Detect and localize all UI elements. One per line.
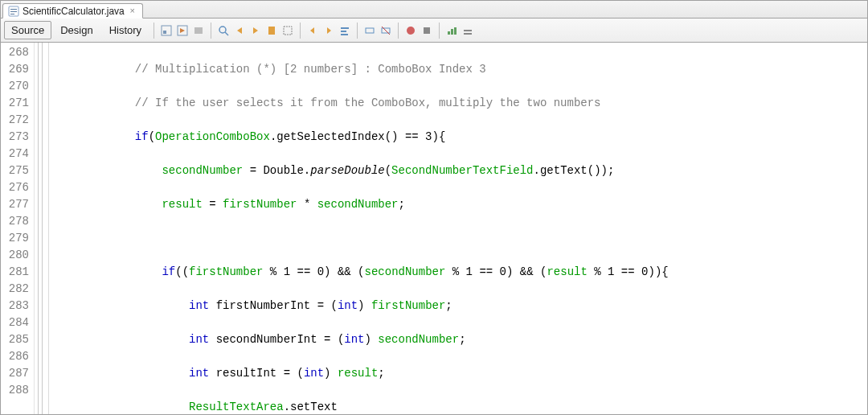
svg-rect-25: [448, 31, 450, 35]
close-tab-icon[interactable]: ×: [128, 6, 137, 16]
java-file-icon: [8, 6, 19, 17]
toolbar-separator: [211, 23, 211, 39]
code-editor[interactable]: 268 269 270 271 272 273 274 275 276 277 …: [1, 43, 867, 414]
editor-toolbar: Source Design History: [1, 18, 867, 43]
svg-rect-5: [163, 31, 166, 34]
svg-marker-12: [253, 27, 258, 34]
next-bookmark-icon[interactable]: [248, 23, 263, 38]
shift-right-icon[interactable]: [321, 23, 336, 38]
toggle-bookmark-icon[interactable]: [264, 23, 279, 38]
line-number: 271: [1, 95, 29, 112]
line-number: 277: [1, 196, 29, 213]
svg-line-10: [225, 32, 228, 35]
svg-marker-11: [237, 27, 242, 34]
design-view-button[interactable]: Design: [53, 21, 100, 39]
uncomment-icon[interactable]: [379, 23, 393, 38]
line-number: 285: [1, 331, 29, 348]
prev-bookmark-icon[interactable]: [232, 23, 247, 38]
line-number: 283: [1, 298, 29, 314]
svg-rect-18: [341, 31, 346, 32]
toolbar-separator: [154, 23, 154, 39]
toolbar-icon-3[interactable]: [191, 23, 206, 38]
svg-rect-24: [424, 27, 430, 34]
toolbar-icon-2[interactable]: [175, 23, 190, 38]
line-number: 273: [1, 129, 29, 146]
line-number: 274: [1, 146, 29, 162]
svg-rect-28: [464, 33, 472, 35]
file-tab[interactable]: ScientificCalculator.java ×: [2, 3, 143, 18]
svg-rect-1: [10, 9, 17, 10]
toolbar-icon-1[interactable]: [159, 23, 174, 38]
line-number: 288: [1, 382, 29, 399]
line-number: 275: [1, 162, 29, 179]
line-number-gutter: 268 269 270 271 272 273 274 275 276 277 …: [1, 43, 35, 414]
file-tab-label: ScientificCalculator.java: [23, 6, 125, 17]
line-number: 276: [1, 179, 29, 196]
svg-marker-15: [310, 27, 314, 34]
svg-rect-26: [451, 29, 453, 35]
line-number: 282: [1, 281, 29, 298]
svg-rect-20: [366, 28, 374, 33]
svg-rect-17: [341, 27, 349, 29]
svg-rect-14: [284, 27, 292, 35]
svg-marker-7: [180, 28, 185, 33]
line-number: 268: [1, 44, 29, 61]
svg-marker-16: [327, 27, 331, 34]
stop-macro-icon[interactable]: [403, 23, 418, 38]
svg-rect-29: [464, 30, 472, 31]
line-number: 269: [1, 61, 29, 78]
fold-strip[interactable]: [35, 43, 49, 414]
line-number: 281: [1, 264, 29, 281]
line-number: 280: [1, 247, 29, 264]
line-number: 272: [1, 112, 29, 129]
svg-rect-13: [268, 27, 275, 35]
editor-tab-bar: ScientificCalculator.java ×: [1, 1, 867, 18]
source-view-button[interactable]: Source: [4, 21, 51, 39]
line-number: 284: [1, 314, 29, 331]
toolbar-extra-1-icon[interactable]: [444, 23, 459, 38]
svg-rect-2: [10, 11, 17, 12]
toolbar-extra-2-icon[interactable]: [461, 23, 475, 38]
line-number: 279: [1, 230, 29, 247]
history-view-button[interactable]: History: [102, 21, 149, 39]
line-number: 270: [1, 78, 29, 95]
selection-icon[interactable]: [280, 23, 295, 38]
record-macro-icon[interactable]: [420, 23, 434, 38]
comment-icon[interactable]: [362, 23, 377, 38]
shift-left-icon[interactable]: [305, 23, 320, 38]
svg-rect-8: [194, 27, 203, 34]
format-icon[interactable]: [338, 23, 352, 38]
code-area[interactable]: // Multiplication (*) [2 numbers] : Comb…: [49, 43, 867, 414]
toolbar-separator: [439, 23, 440, 39]
svg-point-9: [219, 27, 226, 33]
line-number: 278: [1, 213, 29, 230]
line-number: 287: [1, 365, 29, 382]
toolbar-separator: [398, 23, 399, 39]
svg-point-23: [407, 27, 415, 35]
search-icon[interactable]: [216, 23, 231, 38]
line-number: 286: [1, 348, 29, 365]
svg-rect-27: [454, 27, 457, 35]
svg-rect-3: [10, 14, 14, 14]
toolbar-separator: [300, 23, 301, 39]
toolbar-separator: [357, 23, 358, 39]
svg-rect-19: [341, 34, 348, 35]
